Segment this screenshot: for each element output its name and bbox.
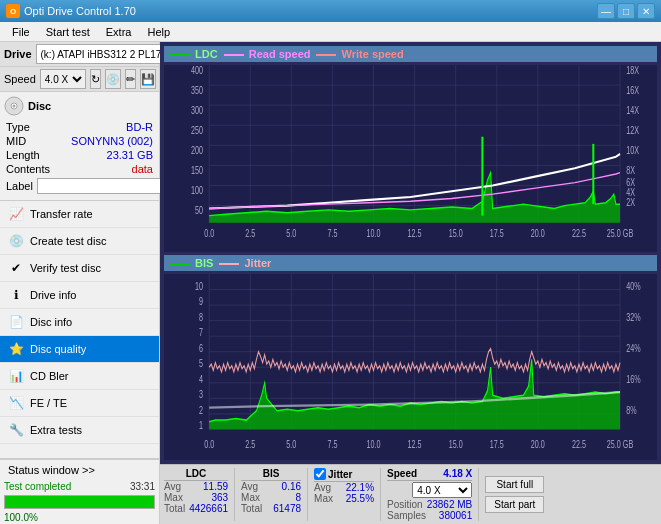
mid-label: MID [6, 135, 26, 147]
bis-max-row: Max 8 [241, 492, 301, 503]
contents-value: data [132, 163, 153, 175]
stats-bar: LDC Avg 11.59 Max 363 Total 4426661 BIS [160, 464, 661, 524]
nav-cd-bler[interactable]: 📊 CD Bler [0, 363, 159, 390]
ldc-max-val: 363 [211, 492, 228, 503]
disc-quality-icon: ⭐ [8, 341, 24, 357]
svg-text:14X: 14X [626, 105, 639, 116]
refresh-icon[interactable]: ↻ [90, 69, 101, 89]
ldc-legend: LDC [170, 48, 218, 60]
ldc-header: LDC [164, 468, 228, 481]
contents-label: Contents [6, 163, 50, 175]
samples-label: Samples [387, 510, 426, 521]
nav-transfer-rate[interactable]: 📈 Transfer rate [0, 201, 159, 228]
nav-disc-quality-label: Disc quality [30, 343, 86, 355]
svg-text:1: 1 [199, 419, 203, 431]
label-input[interactable] [37, 178, 170, 194]
start-full-button[interactable]: Start full [485, 476, 544, 493]
nav-create-test[interactable]: 💿 Create test disc [0, 228, 159, 255]
bis-max-label: Max [241, 492, 260, 503]
divider2 [307, 468, 308, 521]
menu-start-test[interactable]: Start test [38, 24, 98, 40]
svg-text:15.0: 15.0 [449, 228, 463, 239]
jitter-spacer [314, 504, 374, 517]
drive-info-icon: ℹ [8, 287, 24, 303]
menu-extra[interactable]: Extra [98, 24, 140, 40]
svg-text:7.5: 7.5 [327, 228, 337, 239]
drive-select[interactable]: (k:) ATAPI iHBS312 2 PL17 [36, 44, 180, 64]
action-buttons: Start full Start part [485, 468, 544, 521]
bis-total-val: 61478 [273, 503, 301, 514]
menu-file[interactable]: File [4, 24, 38, 40]
svg-text:17.5: 17.5 [490, 438, 504, 450]
speed-stat-label: Speed [387, 468, 417, 479]
bis-total-row: Total 61478 [241, 503, 301, 514]
svg-text:9: 9 [199, 295, 203, 307]
type-value: BD-R [126, 121, 153, 133]
svg-text:150: 150 [191, 165, 203, 176]
status-window-button[interactable]: Status window >> [0, 459, 159, 480]
nav-items: 📈 Transfer rate 💿 Create test disc ✔ Ver… [0, 201, 159, 458]
jitter-stats: Jitter Avg 22.1% Max 25.5% [314, 468, 374, 521]
jitter-avg-val: 22.1% [346, 482, 374, 493]
read-legend: Read speed [224, 48, 311, 60]
svg-text:32%: 32% [626, 311, 640, 323]
svg-text:4: 4 [199, 373, 203, 385]
svg-text:40%: 40% [626, 280, 640, 292]
main-layout: Drive (k:) ATAPI iHBS312 2 PL17 ⏏ Speed … [0, 42, 661, 524]
disc-icon-btn[interactable]: 💿 [105, 69, 121, 89]
bis-header: BIS [241, 468, 301, 481]
speed-stats: Speed 4.18 X 4.0 X Position 23862 MB Sam… [387, 468, 472, 521]
disc-contents-row: Contents data [4, 162, 155, 176]
svg-text:300: 300 [191, 105, 203, 116]
drive-bar: Drive (k:) ATAPI iHBS312 2 PL17 ⏏ [0, 42, 159, 67]
samples-row: Samples 380061 [387, 510, 472, 521]
type-label: Type [6, 121, 30, 133]
svg-text:6: 6 [199, 342, 203, 354]
svg-text:12.5: 12.5 [408, 228, 422, 239]
bottom-chart: 10 9 8 7 6 5 4 3 2 1 40% 32% 24% 16% 8% [164, 274, 657, 461]
mid-value: SONYNN3 (002) [71, 135, 153, 147]
disc-header: Disc [4, 96, 155, 116]
svg-text:8X: 8X [626, 165, 635, 176]
progress-bar [5, 496, 154, 508]
length-label: Length [6, 149, 40, 161]
nav-drive-info[interactable]: ℹ Drive info [0, 282, 159, 309]
bottom-chart-svg: 10 9 8 7 6 5 4 3 2 1 40% 32% 24% 16% 8% [164, 274, 657, 461]
save-icon-btn[interactable]: 💾 [140, 69, 156, 89]
nav-verify-test[interactable]: ✔ Verify test disc [0, 255, 159, 282]
jitter-max-label: Max [314, 493, 333, 504]
app-icon: O [6, 4, 20, 18]
sidebar: Drive (k:) ATAPI iHBS312 2 PL17 ⏏ Speed … [0, 42, 160, 524]
nav-disc-quality[interactable]: ⭐ Disc quality [0, 336, 159, 363]
cd-bler-icon: 📊 [8, 368, 24, 384]
jitter-header: Jitter [328, 469, 352, 480]
ldc-stats: LDC Avg 11.59 Max 363 Total 4426661 [164, 468, 228, 521]
ldc-total-val: 4426661 [189, 503, 228, 514]
pencil-icon-btn[interactable]: ✏ [125, 69, 136, 89]
maximize-button[interactable]: □ [617, 3, 635, 19]
close-button[interactable]: ✕ [637, 3, 655, 19]
svg-text:24%: 24% [626, 342, 640, 354]
menu-help[interactable]: Help [139, 24, 178, 40]
ldc-avg-row: Avg 11.59 [164, 481, 228, 492]
speed-select[interactable]: 4.0 X [40, 69, 86, 89]
svg-text:15.0: 15.0 [449, 438, 463, 450]
chart-container: LDC Read speed Write speed [160, 42, 661, 464]
nav-extra-tests-label: Extra tests [30, 424, 82, 436]
divider1 [234, 468, 235, 521]
minimize-button[interactable]: — [597, 3, 615, 19]
app-title: Opti Drive Control 1.70 [24, 5, 136, 17]
start-part-button[interactable]: Start part [485, 496, 544, 513]
nav-disc-info[interactable]: 📄 Disc info [0, 309, 159, 336]
chart-title-bar: LDC Read speed Write speed [164, 46, 657, 62]
svg-text:10: 10 [195, 280, 203, 292]
jitter-checkbox[interactable] [314, 468, 326, 480]
nav-extra-tests[interactable]: 🔧 Extra tests [0, 417, 159, 444]
bottom-chart-title-bar: BIS Jitter [164, 255, 657, 271]
status-text: Test completed [4, 481, 71, 492]
bis-legend: BIS [170, 257, 213, 269]
nav-fe-te[interactable]: 📉 FE / TE [0, 390, 159, 417]
content-area: LDC Read speed Write speed [160, 42, 661, 524]
speed-dropdown[interactable]: 4.0 X [412, 482, 472, 498]
jitter-legend: Jitter [219, 257, 271, 269]
